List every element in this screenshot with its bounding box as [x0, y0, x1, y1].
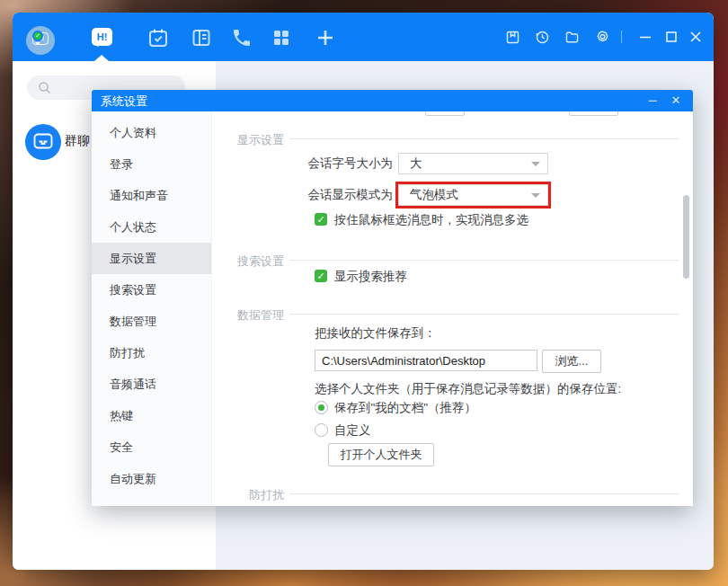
- sidebar-item-audio-call[interactable]: 音频通话: [92, 368, 211, 400]
- radio-my-documents[interactable]: [315, 401, 328, 414]
- history-icon[interactable]: [535, 30, 550, 45]
- section-display-label: 显示设置: [212, 132, 284, 148]
- sidebar-item-auto-update[interactable]: 自动更新: [92, 463, 211, 494]
- close-icon[interactable]: [688, 29, 704, 45]
- group-chat-label: 群聊: [65, 133, 90, 149]
- box-icon[interactable]: [505, 30, 520, 45]
- font-size-dropdown[interactable]: 大: [398, 153, 548, 174]
- section-divider: [289, 493, 679, 494]
- section-dnd-label: 防打扰: [212, 487, 284, 503]
- main-toolbar: H! ✓ H!: [13, 13, 714, 61]
- phone-icon[interactable]: [231, 27, 253, 49]
- add-icon[interactable]: [315, 27, 336, 49]
- app-window: H! ✓ H!: [13, 13, 714, 570]
- sidebar-item-dnd[interactable]: 防打扰: [92, 337, 211, 368]
- folder-icon[interactable]: [564, 30, 580, 45]
- clipped-button-fragment[interactable]: [425, 111, 465, 116]
- sidebar-item-profile[interactable]: 个人资料: [92, 117, 211, 148]
- apps-grid-icon[interactable]: [271, 27, 292, 49]
- maximize-icon[interactable]: [663, 29, 679, 45]
- section-search-label: 搜索设置: [212, 253, 284, 270]
- settings-sidebar: 个人资料 登录 通知和声音 个人状态 显示设置 搜索设置 数据管理 防打扰 音频…: [92, 111, 212, 506]
- radio-custom-label: 自定义: [334, 423, 371, 438]
- minimize-icon[interactable]: [637, 29, 653, 45]
- sidebar-item-search[interactable]: 搜索设置: [92, 274, 211, 306]
- system-settings-dialog: 系统设置 ─ ✕ 个人资料 登录 通知和声音 个人状态 显示设置 搜索设置 数据…: [92, 90, 693, 506]
- display-mode-dropdown[interactable]: 气泡模式: [398, 184, 548, 206]
- online-status-icon: ✓: [32, 31, 43, 41]
- toolbar-divider: [621, 31, 622, 43]
- sidebar-item-notifications[interactable]: 通知和声音: [92, 180, 211, 211]
- sidebar-item-security[interactable]: 安全: [92, 431, 211, 463]
- section-divider: [289, 260, 679, 261]
- dialog-title: 系统设置: [101, 93, 147, 110]
- search-recommend-label: 显示搜索推荐: [334, 270, 407, 283]
- open-personal-folder-button[interactable]: 打开个人文件夹: [328, 443, 434, 466]
- radio-custom[interactable]: [315, 423, 328, 437]
- calendar-check-icon[interactable]: [147, 27, 169, 49]
- multiselect-checkbox[interactable]: [315, 213, 327, 226]
- search-icon: [38, 81, 51, 98]
- search-recommend-checkbox[interactable]: [315, 270, 327, 282]
- font-size-value: 大: [410, 154, 422, 173]
- group-chat-item[interactable]: [25, 124, 61, 160]
- dialog-titlebar: 系统设置 ─ ✕: [92, 90, 693, 111]
- dialog-close-icon[interactable]: ✕: [668, 93, 684, 109]
- highlight-red-box: 气泡模式: [395, 182, 551, 209]
- gear-icon[interactable]: [595, 30, 610, 45]
- section-data-label: 数据管理: [212, 307, 284, 324]
- sidebar-item-hotkeys[interactable]: 热键: [92, 400, 211, 431]
- sidebar-item-status[interactable]: 个人状态: [92, 211, 211, 243]
- clipped-button-fragment[interactable]: [569, 111, 618, 116]
- sidebar-item-login[interactable]: 登录: [92, 148, 211, 180]
- save-path-input[interactable]: [315, 350, 537, 371]
- font-size-label: 会话字号大小为: [212, 153, 393, 174]
- radio-my-documents-label: 保存到"我的文档"（推荐）: [334, 401, 476, 415]
- browse-button[interactable]: 浏览...: [542, 350, 601, 373]
- sidebar-item-data[interactable]: 数据管理: [92, 306, 211, 337]
- sidebar-item-display[interactable]: 显示设置: [92, 243, 211, 274]
- display-mode-value: 气泡模式: [410, 185, 458, 205]
- section-divider: [289, 138, 679, 139]
- settings-content: 显示设置 会话字号大小为 大 会话显示模式为 气泡模式 按住鼠标框选消息时，实现…: [212, 111, 693, 506]
- save-path-label: 把接收的文件保存到：: [315, 325, 436, 342]
- section-divider: [289, 314, 679, 315]
- tab-messages-active[interactable]: H!: [92, 28, 112, 46]
- chevron-down-icon: [531, 162, 540, 171]
- folder-choice-label: 选择个人文件夹（用于保存消息记录等数据）的保存位置:: [315, 381, 621, 397]
- multiselect-checkbox-label: 按住鼠标框选消息时，实现消息多选: [334, 213, 528, 226]
- dialog-scrollbar-thumb[interactable]: [683, 195, 689, 279]
- dialog-minimize-icon[interactable]: ─: [644, 93, 661, 109]
- chevron-down-icon: [531, 193, 540, 202]
- display-mode-label: 会话显示模式为: [212, 184, 393, 206]
- news-icon[interactable]: [191, 27, 212, 49]
- active-tab-notch: [94, 55, 109, 61]
